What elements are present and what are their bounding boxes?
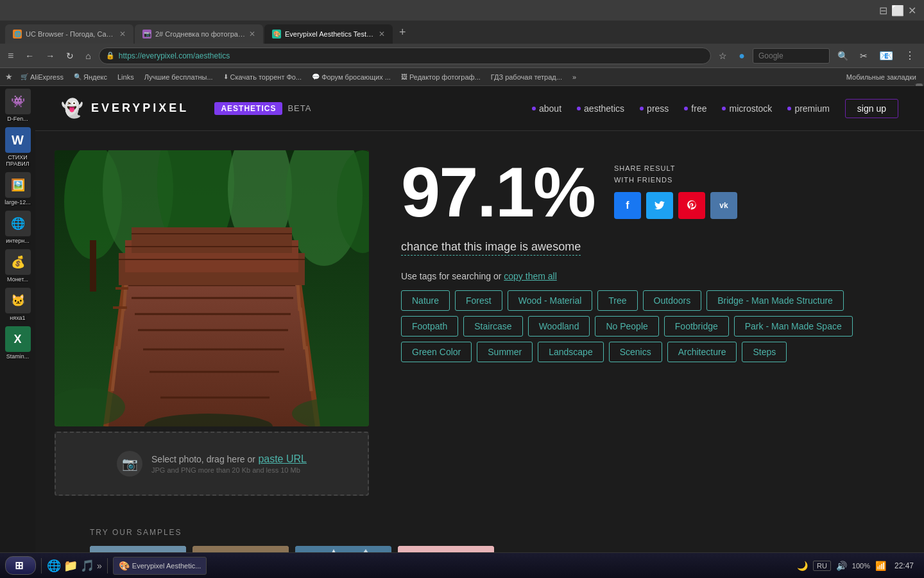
search-input[interactable] (753, 48, 830, 64)
share-vk-button[interactable]: vk (710, 192, 737, 219)
tab-ucbrowser-label: UC Browser - Погода, Сайт, Х... (26, 30, 116, 38)
new-tab-button[interactable]: + (394, 26, 411, 39)
bookmark-gcd[interactable]: ГДЗ рабочая тетрад... (488, 72, 565, 82)
bookmark-aliexpress[interactable]: 🛒 AliExpress (18, 72, 66, 82)
tag-summer[interactable]: Summer (477, 342, 533, 362)
share-twitter-button[interactable] (646, 192, 673, 219)
forward-button[interactable]: → (42, 48, 58, 64)
desktop-icon-excel[interactable]: X Stamin... (3, 326, 33, 360)
desktop-icon-coins[interactable]: 💰 Монет... (3, 249, 33, 283)
tag-architecture[interactable]: Architecture (667, 342, 737, 362)
bookmark-links-label: Links (117, 73, 134, 81)
extensions-icon[interactable]: ✂ (856, 48, 871, 64)
tray-moon-icon: 🌙 (797, 561, 808, 571)
profile-icon[interactable]: ● (735, 48, 749, 64)
desktop-icon-image[interactable]: 🖼️ large-12... (3, 172, 33, 206)
nav-microstock-label: microstock (729, 103, 772, 114)
bookmark-mobile[interactable]: Мобильные закладки (844, 72, 919, 82)
bookmark-photo-editor[interactable]: 🖼 Редактор фотограф... (398, 72, 483, 82)
bookmark-photo-editor-label: Редактор фотограф... (409, 73, 481, 81)
menu-icon[interactable]: ⋮ (901, 47, 919, 64)
tags-intro: Use tags for searching or copy them all (401, 271, 898, 281)
sidebar-icon[interactable]: ≡ (5, 48, 16, 64)
bookmark-yandex[interactable]: 🔍 Яндекс (71, 72, 110, 82)
tag-tree[interactable]: Tree (597, 290, 637, 311)
tab-ucbrowser[interactable]: 🌐 UC Browser - Погода, Сайт, Х... ✕ (5, 24, 133, 44)
nav-signup[interactable]: sign up (845, 99, 898, 118)
minimize-icon[interactable]: ⊟ (879, 4, 887, 17)
share-facebook-button[interactable]: f (614, 192, 641, 219)
taskbar-active-window[interactable]: 🎨 Everypixel Aesthetic... (113, 557, 207, 575)
tab-photo-close[interactable]: ✕ (249, 30, 255, 39)
account-icon[interactable]: 📧 (875, 46, 897, 66)
nav-premium[interactable]: premium (787, 103, 829, 114)
tag-landscape[interactable]: Landscape (538, 342, 604, 362)
tag-scenics[interactable]: Scenics (609, 342, 662, 362)
taskbar-icon-arrow[interactable]: » (97, 561, 102, 571)
tag-outdoors[interactable]: Outdoors (643, 290, 702, 311)
tab-everypixel-close[interactable]: ✕ (379, 30, 385, 39)
bookmark-links[interactable]: Links (115, 72, 137, 82)
tab-ucbrowser-close[interactable]: ✕ (119, 30, 126, 39)
nav-dot-microstock (722, 107, 726, 110)
ghost-icon: 👻 (61, 98, 83, 119)
lock-icon: 🔒 (106, 51, 115, 60)
tray-network-icon: 📶 (875, 561, 886, 571)
tag-woodland[interactable]: Woodland (528, 316, 590, 337)
tray-language[interactable]: RU (813, 561, 831, 571)
bookmark-more[interactable]: » (570, 72, 579, 82)
tag-no-people[interactable]: No People (595, 316, 658, 337)
tag-footpath[interactable]: Footpath (401, 316, 458, 337)
nav-about[interactable]: about (532, 103, 561, 114)
start-button[interactable]: ⊞ (5, 556, 36, 575)
share-pinterest-button[interactable] (678, 192, 705, 219)
nav-press[interactable]: press (640, 103, 669, 114)
reload-button[interactable]: ↻ (62, 48, 78, 64)
bookmark-forum[interactable]: 💬 Форум бросающих ... (309, 72, 393, 82)
nav-aesthetics[interactable]: aesthetics (577, 103, 624, 114)
desktop-icon-internet[interactable]: 🌐 интерн... (3, 211, 33, 244)
back-button[interactable]: ← (21, 48, 38, 64)
search-icon[interactable]: 🔍 (834, 48, 852, 64)
tags-grid: Nature Forest Wood - Material Tree Outdo… (401, 290, 898, 362)
home-button[interactable]: ⌂ (81, 48, 94, 64)
tag-forest[interactable]: Forest (455, 290, 502, 311)
close-icon[interactable]: ✕ (908, 4, 916, 17)
tag-park[interactable]: Park - Man Made Space (734, 316, 853, 337)
tag-bridge[interactable]: Bridge - Man Made Structure (706, 290, 844, 311)
bookmark-best-free[interactable]: Лучшие бесплатны... (142, 72, 216, 82)
cat-icon: 🐱 (5, 288, 31, 313)
tray-volume-icon[interactable]: 🔊 (836, 561, 847, 571)
maximize-icon[interactable]: ⬜ (891, 4, 904, 17)
tab-photo[interactable]: 📷 2# Сгодневка по фотографи... ✕ (135, 24, 263, 44)
upload-text-row: Select photo, drag here or paste URL (151, 453, 307, 465)
taskbar-icon-media[interactable]: 🎵 (80, 559, 94, 573)
taskbar-icon-browser[interactable]: 🌐 (47, 559, 61, 573)
tag-staircase[interactable]: Staircase (463, 316, 522, 337)
desktop-icon-word[interactable]: W СТИХИ ПРАВИЛ (3, 127, 33, 167)
upload-area[interactable]: 📷 Select photo, drag here or paste URL J… (55, 432, 369, 496)
taskbar-icon-folder[interactable]: 📁 (64, 559, 78, 573)
tag-green-color[interactable]: Green Color (401, 342, 472, 362)
image-label: large-12... (4, 199, 31, 206)
desktop-icon-cat[interactable]: 🐱 няха1 (3, 288, 33, 321)
tag-steps[interactable]: Steps (742, 342, 787, 362)
copy-tags-link[interactable]: copy them all (504, 271, 556, 281)
tab-everypixel[interactable]: 🎨 Everypixel Aesthetics Test - A... ✕ (264, 24, 393, 44)
bookmark-star-icon[interactable]: ☆ (715, 48, 731, 64)
address-bar[interactable]: 🔒 https://everypixel.com/aesthetics (99, 48, 712, 64)
desktop-icon-dfen[interactable]: 👾 D-Fen... (3, 89, 33, 122)
tag-wood-material[interactable]: Wood - Material (508, 290, 593, 311)
paste-url-link[interactable]: paste URL (258, 453, 307, 464)
score-row: 97.1% SHARE RESULTWITH FRIENDS f (401, 157, 898, 227)
camera-icon: 📷 (117, 451, 142, 477)
browser-toolbar: ≡ ← → ↻ ⌂ 🔒 https://everypixel.com/aesth… (0, 44, 924, 68)
tag-footbridge[interactable]: Footbridge (664, 316, 729, 337)
desktop-sidebar: 👾 D-Fen... W СТИХИ ПРАВИЛ 🖼️ large-12...… (0, 83, 35, 365)
excel-icon: X (5, 326, 31, 352)
word-label: СТИХИ ПРАВИЛ (3, 154, 33, 167)
bookmark-torrent[interactable]: ⬇ Скачать торрент Фо... (221, 72, 305, 82)
nav-microstock[interactable]: microstock (722, 103, 772, 114)
tag-nature[interactable]: Nature (401, 290, 450, 311)
nav-free[interactable]: free (684, 103, 706, 114)
